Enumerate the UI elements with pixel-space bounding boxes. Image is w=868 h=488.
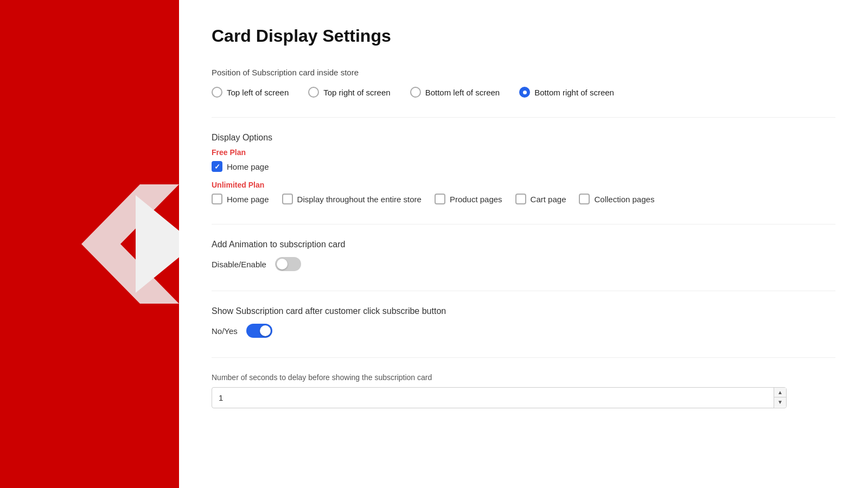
spinner-down-button[interactable]: ▼ bbox=[774, 397, 786, 407]
radio-bottom-right[interactable] bbox=[519, 87, 530, 98]
radio-label-bottom-left: Bottom left of screen bbox=[425, 88, 500, 97]
checkbox-item-cart-page[interactable]: Cart page bbox=[515, 194, 566, 204]
subscribe-toggle[interactable] bbox=[246, 324, 272, 338]
checkbox-label-entire-store: Display throughout the entire store bbox=[297, 195, 422, 204]
radio-item-top-left[interactable]: Top left of screen bbox=[212, 87, 289, 98]
radio-item-top-right[interactable]: Top right of screen bbox=[308, 87, 390, 98]
sidebar-decoration bbox=[81, 184, 179, 304]
show-after-subscribe-section: Show Subscription card after customer cl… bbox=[212, 306, 835, 338]
position-section: Position of Subscription card inside sto… bbox=[212, 68, 835, 98]
checkbox-item-home-free[interactable]: Home page bbox=[212, 161, 269, 172]
radio-item-bottom-left[interactable]: Bottom left of screen bbox=[410, 87, 500, 98]
radio-label-top-right: Top right of screen bbox=[323, 88, 390, 97]
checkbox-label-collection-pages: Collection pages bbox=[594, 195, 654, 204]
checkbox-label-home-free: Home page bbox=[227, 162, 269, 171]
subscribe-toggle-container: No/Yes bbox=[212, 324, 835, 338]
checkbox-home-free[interactable] bbox=[212, 161, 222, 172]
animation-toggle-knob bbox=[277, 259, 288, 269]
delay-input-wrapper: ▲ ▼ bbox=[212, 387, 787, 408]
spinner-up-button[interactable]: ▲ bbox=[774, 388, 786, 397]
radio-top-left[interactable] bbox=[212, 87, 222, 98]
free-plan-checkbox-group: Home page bbox=[212, 161, 835, 172]
checkbox-item-entire-store[interactable]: Display throughout the entire store bbox=[282, 194, 422, 204]
divider-2 bbox=[212, 224, 835, 224]
checkbox-cart-page[interactable] bbox=[515, 194, 526, 204]
radio-top-right[interactable] bbox=[308, 87, 319, 98]
delay-spinner: ▲ ▼ bbox=[774, 388, 786, 408]
main-content: Card Display Settings Position of Subscr… bbox=[179, 0, 868, 488]
checkbox-item-product-pages[interactable]: Product pages bbox=[435, 194, 502, 204]
checkbox-product-pages[interactable] bbox=[435, 194, 445, 204]
unlimited-plan-label: Unlimited Plan bbox=[212, 181, 835, 189]
free-plan-label: Free Plan bbox=[212, 148, 835, 157]
radio-item-bottom-right[interactable]: Bottom right of screen bbox=[519, 87, 614, 98]
display-options-section: Display Options Free Plan Home page Unli… bbox=[212, 133, 835, 204]
sidebar bbox=[0, 0, 179, 488]
animation-toggle-container: Disable/Enable bbox=[212, 257, 835, 271]
unlimited-plan-checkbox-group: Home page Display throughout the entire … bbox=[212, 194, 835, 204]
divider-3 bbox=[212, 291, 835, 291]
delay-section: Number of seconds to delay before showin… bbox=[212, 373, 835, 408]
chevron-icon bbox=[81, 184, 179, 304]
checkbox-label-cart-page: Cart page bbox=[531, 195, 566, 204]
animation-section: Add Animation to subscription card Disab… bbox=[212, 240, 835, 271]
show-after-subscribe-title: Show Subscription card after customer cl… bbox=[212, 306, 835, 316]
radio-bottom-left[interactable] bbox=[410, 87, 421, 98]
delay-label: Number of seconds to delay before showin… bbox=[212, 373, 835, 382]
checkbox-label-home-unlimited: Home page bbox=[227, 195, 269, 204]
animation-section-title: Add Animation to subscription card bbox=[212, 240, 835, 249]
radio-label-top-left: Top left of screen bbox=[227, 88, 289, 97]
position-section-label: Position of Subscription card inside sto… bbox=[212, 68, 835, 77]
subscribe-toggle-knob bbox=[260, 325, 271, 336]
checkbox-entire-store[interactable] bbox=[282, 194, 293, 204]
checkbox-label-product-pages: Product pages bbox=[450, 195, 502, 204]
divider-1 bbox=[212, 117, 835, 118]
checkbox-collection-pages[interactable] bbox=[579, 194, 590, 204]
checkbox-home-unlimited[interactable] bbox=[212, 194, 222, 204]
radio-label-bottom-right: Bottom right of screen bbox=[534, 88, 614, 97]
animation-toggle[interactable] bbox=[275, 257, 301, 271]
divider-4 bbox=[212, 357, 835, 358]
delay-input[interactable] bbox=[212, 388, 774, 408]
checkbox-item-home-unlimited[interactable]: Home page bbox=[212, 194, 269, 204]
page-title: Card Display Settings bbox=[212, 26, 835, 46]
position-radio-group: Top left of screen Top right of screen B… bbox=[212, 87, 835, 98]
checkbox-item-collection-pages[interactable]: Collection pages bbox=[579, 194, 654, 204]
display-options-title: Display Options bbox=[212, 133, 835, 143]
animation-toggle-label: Disable/Enable bbox=[212, 260, 266, 269]
subscribe-toggle-label: No/Yes bbox=[212, 326, 238, 336]
